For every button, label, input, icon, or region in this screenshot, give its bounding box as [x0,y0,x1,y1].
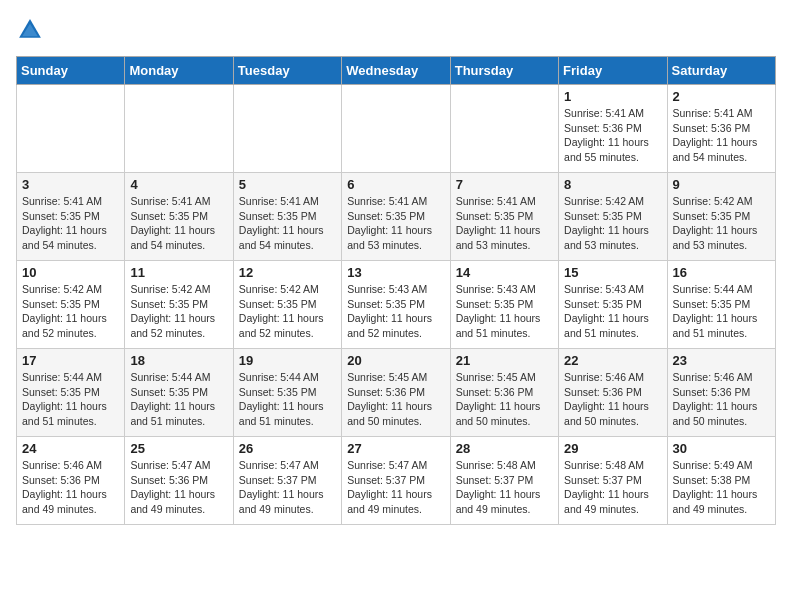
day-number: 24 [22,441,119,456]
day-number: 17 [22,353,119,368]
day-info: Sunrise: 5:43 AMSunset: 5:35 PMDaylight:… [347,282,444,341]
day-info: Sunrise: 5:43 AMSunset: 5:35 PMDaylight:… [456,282,553,341]
calendar-cell: 10Sunrise: 5:42 AMSunset: 5:35 PMDayligh… [17,261,125,349]
day-number: 6 [347,177,444,192]
day-info: Sunrise: 5:49 AMSunset: 5:38 PMDaylight:… [673,458,770,517]
day-of-week-header-monday: Monday [125,57,233,85]
day-number: 14 [456,265,553,280]
day-number: 25 [130,441,227,456]
day-info: Sunrise: 5:46 AMSunset: 5:36 PMDaylight:… [673,370,770,429]
calendar-cell: 18Sunrise: 5:44 AMSunset: 5:35 PMDayligh… [125,349,233,437]
calendar-cell [17,85,125,173]
day-info: Sunrise: 5:46 AMSunset: 5:36 PMDaylight:… [564,370,661,429]
day-info: Sunrise: 5:43 AMSunset: 5:35 PMDaylight:… [564,282,661,341]
calendar-cell: 2Sunrise: 5:41 AMSunset: 5:36 PMDaylight… [667,85,775,173]
day-number: 2 [673,89,770,104]
day-info: Sunrise: 5:42 AMSunset: 5:35 PMDaylight:… [22,282,119,341]
day-number: 18 [130,353,227,368]
day-info: Sunrise: 5:48 AMSunset: 5:37 PMDaylight:… [456,458,553,517]
day-info: Sunrise: 5:47 AMSunset: 5:37 PMDaylight:… [347,458,444,517]
day-number: 26 [239,441,336,456]
calendar-cell: 9Sunrise: 5:42 AMSunset: 5:35 PMDaylight… [667,173,775,261]
day-info: Sunrise: 5:41 AMSunset: 5:35 PMDaylight:… [130,194,227,253]
day-info: Sunrise: 5:44 AMSunset: 5:35 PMDaylight:… [22,370,119,429]
calendar-cell: 23Sunrise: 5:46 AMSunset: 5:36 PMDayligh… [667,349,775,437]
day-info: Sunrise: 5:44 AMSunset: 5:35 PMDaylight:… [130,370,227,429]
calendar-cell: 28Sunrise: 5:48 AMSunset: 5:37 PMDayligh… [450,437,558,525]
day-number: 10 [22,265,119,280]
day-info: Sunrise: 5:47 AMSunset: 5:36 PMDaylight:… [130,458,227,517]
day-info: Sunrise: 5:42 AMSunset: 5:35 PMDaylight:… [673,194,770,253]
day-of-week-header-sunday: Sunday [17,57,125,85]
day-number: 23 [673,353,770,368]
calendar-cell: 20Sunrise: 5:45 AMSunset: 5:36 PMDayligh… [342,349,450,437]
day-number: 7 [456,177,553,192]
day-info: Sunrise: 5:44 AMSunset: 5:35 PMDaylight:… [239,370,336,429]
day-of-week-header-tuesday: Tuesday [233,57,341,85]
calendar-table: SundayMondayTuesdayWednesdayThursdayFrid… [16,56,776,525]
day-info: Sunrise: 5:42 AMSunset: 5:35 PMDaylight:… [564,194,661,253]
calendar-cell: 27Sunrise: 5:47 AMSunset: 5:37 PMDayligh… [342,437,450,525]
calendar-cell: 7Sunrise: 5:41 AMSunset: 5:35 PMDaylight… [450,173,558,261]
page-header [16,16,776,44]
day-number: 3 [22,177,119,192]
calendar-cell: 22Sunrise: 5:46 AMSunset: 5:36 PMDayligh… [559,349,667,437]
calendar-cell: 24Sunrise: 5:46 AMSunset: 5:36 PMDayligh… [17,437,125,525]
calendar-cell [450,85,558,173]
day-info: Sunrise: 5:41 AMSunset: 5:35 PMDaylight:… [239,194,336,253]
day-number: 5 [239,177,336,192]
day-of-week-header-thursday: Thursday [450,57,558,85]
calendar-cell: 5Sunrise: 5:41 AMSunset: 5:35 PMDaylight… [233,173,341,261]
calendar-cell: 6Sunrise: 5:41 AMSunset: 5:35 PMDaylight… [342,173,450,261]
day-info: Sunrise: 5:47 AMSunset: 5:37 PMDaylight:… [239,458,336,517]
day-info: Sunrise: 5:41 AMSunset: 5:35 PMDaylight:… [22,194,119,253]
day-number: 29 [564,441,661,456]
day-of-week-header-wednesday: Wednesday [342,57,450,85]
calendar-cell: 19Sunrise: 5:44 AMSunset: 5:35 PMDayligh… [233,349,341,437]
calendar-cell [342,85,450,173]
day-number: 9 [673,177,770,192]
calendar-cell: 3Sunrise: 5:41 AMSunset: 5:35 PMDaylight… [17,173,125,261]
day-info: Sunrise: 5:48 AMSunset: 5:37 PMDaylight:… [564,458,661,517]
day-info: Sunrise: 5:41 AMSunset: 5:36 PMDaylight:… [564,106,661,165]
calendar-cell: 21Sunrise: 5:45 AMSunset: 5:36 PMDayligh… [450,349,558,437]
day-number: 21 [456,353,553,368]
calendar-cell: 26Sunrise: 5:47 AMSunset: 5:37 PMDayligh… [233,437,341,525]
day-number: 19 [239,353,336,368]
day-number: 8 [564,177,661,192]
calendar-cell: 14Sunrise: 5:43 AMSunset: 5:35 PMDayligh… [450,261,558,349]
day-number: 16 [673,265,770,280]
day-number: 4 [130,177,227,192]
day-info: Sunrise: 5:45 AMSunset: 5:36 PMDaylight:… [347,370,444,429]
calendar-cell: 8Sunrise: 5:42 AMSunset: 5:35 PMDaylight… [559,173,667,261]
calendar-cell [233,85,341,173]
calendar-cell: 17Sunrise: 5:44 AMSunset: 5:35 PMDayligh… [17,349,125,437]
day-number: 12 [239,265,336,280]
day-info: Sunrise: 5:45 AMSunset: 5:36 PMDaylight:… [456,370,553,429]
calendar-cell: 11Sunrise: 5:42 AMSunset: 5:35 PMDayligh… [125,261,233,349]
day-info: Sunrise: 5:44 AMSunset: 5:35 PMDaylight:… [673,282,770,341]
day-of-week-header-saturday: Saturday [667,57,775,85]
day-number: 11 [130,265,227,280]
day-info: Sunrise: 5:42 AMSunset: 5:35 PMDaylight:… [130,282,227,341]
day-info: Sunrise: 5:42 AMSunset: 5:35 PMDaylight:… [239,282,336,341]
day-number: 13 [347,265,444,280]
day-info: Sunrise: 5:41 AMSunset: 5:35 PMDaylight:… [347,194,444,253]
day-number: 15 [564,265,661,280]
calendar-cell: 12Sunrise: 5:42 AMSunset: 5:35 PMDayligh… [233,261,341,349]
day-number: 28 [456,441,553,456]
calendar-cell: 25Sunrise: 5:47 AMSunset: 5:36 PMDayligh… [125,437,233,525]
day-number: 1 [564,89,661,104]
calendar-cell: 15Sunrise: 5:43 AMSunset: 5:35 PMDayligh… [559,261,667,349]
day-number: 30 [673,441,770,456]
day-info: Sunrise: 5:41 AMSunset: 5:36 PMDaylight:… [673,106,770,165]
calendar-cell: 13Sunrise: 5:43 AMSunset: 5:35 PMDayligh… [342,261,450,349]
calendar-cell [125,85,233,173]
day-number: 20 [347,353,444,368]
day-number: 22 [564,353,661,368]
calendar-cell: 16Sunrise: 5:44 AMSunset: 5:35 PMDayligh… [667,261,775,349]
day-info: Sunrise: 5:41 AMSunset: 5:35 PMDaylight:… [456,194,553,253]
day-number: 27 [347,441,444,456]
day-of-week-header-friday: Friday [559,57,667,85]
calendar-cell: 1Sunrise: 5:41 AMSunset: 5:36 PMDaylight… [559,85,667,173]
